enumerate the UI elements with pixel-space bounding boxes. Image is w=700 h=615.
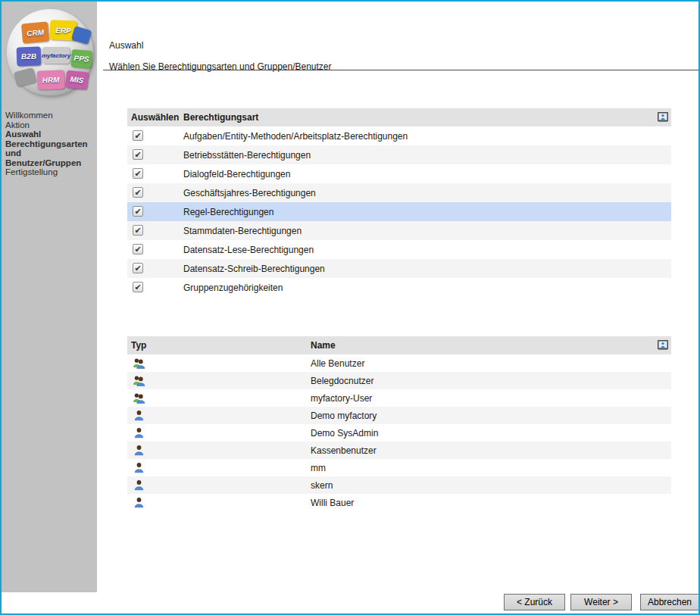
permission-row[interactable]: ✔Datensatz-Lese-Berechtigungen <box>127 240 671 259</box>
column-header-select: Auswählen <box>131 112 179 123</box>
user-row[interactable]: Demo myfactory <box>127 407 671 424</box>
wizard-step-item: Aktion <box>5 120 95 130</box>
wizard-sidebar: CRMERPB2BmyfactoryPPSHRMMIS WillkommenAk… <box>2 2 97 592</box>
user-icon <box>133 479 145 492</box>
user-name: mm <box>311 463 326 473</box>
puzzle-piece-hrm: HRM <box>37 70 65 89</box>
permission-checkbox[interactable]: ✔ <box>133 225 143 236</box>
puzzle-piece-crm: CRM <box>21 22 49 44</box>
permission-row[interactable]: ✔Regel-Berechtigungen <box>127 202 671 221</box>
wizard-steps: WillkommenAktionAuswahl Berechtigungsart… <box>5 111 95 177</box>
user-icon <box>133 461 145 474</box>
permission-row[interactable]: ✔Gruppenzugehörigkeiten <box>127 278 671 297</box>
permissions-table-body: ✔Aufgaben/Entity-Methoden/Arbeitsplatz-B… <box>127 126 671 297</box>
user-row[interactable]: Willi Bauer <box>127 494 671 511</box>
user-icon <box>133 444 145 457</box>
permission-checkbox[interactable]: ✔ <box>133 282 143 292</box>
permissions-table-header: Auswählen Berechtigungsart <box>127 108 671 126</box>
puzzle-piece-mis: MIS <box>65 70 89 90</box>
permission-row[interactable]: ✔Geschäftsjahres-Berechtigungen <box>127 183 671 202</box>
user-name: Willi Bauer <box>311 498 354 508</box>
next-button[interactable]: Weiter > <box>570 594 632 610</box>
permission-label: Geschäftsjahres-Berechtigungen <box>183 188 316 198</box>
user-name: Alle Benutzer <box>311 358 364 369</box>
permission-label: Stammdaten-Berechtigungen <box>183 226 302 236</box>
back-button[interactable]: < Zurück <box>504 594 565 610</box>
permission-row[interactable]: ✔Betriebsstätten-Berechtigungen <box>127 145 671 164</box>
user-row[interactable]: Alle Benutzer <box>127 354 671 372</box>
assign-users-icon[interactable] <box>658 112 668 122</box>
user-name: Demo SysAdmin <box>311 428 378 439</box>
permission-checkbox[interactable]: ✔ <box>133 168 143 179</box>
user-row[interactable]: Belegdocnutzer <box>127 372 671 389</box>
permission-label: Betriebsstätten-Berechtigungen <box>183 150 311 161</box>
permission-label: Datensatz-Lese-Berechtigungen <box>183 245 314 255</box>
permission-checkbox[interactable]: ✔ <box>133 244 143 254</box>
user-name: skern <box>311 480 333 491</box>
column-header-name: Name <box>311 340 336 351</box>
users-table-body: Alle BenutzerBelegdocnutzermyfactory-Use… <box>127 354 671 511</box>
wizard-window: CRMERPB2BmyfactoryPPSHRMMIS WillkommenAk… <box>0 0 700 615</box>
user-name: myfactory-User <box>311 393 372 404</box>
page-title: Auswahl <box>109 40 143 51</box>
user-icon <box>133 496 145 509</box>
user-icon <box>133 409 145 422</box>
permission-row[interactable]: ✔Aufgaben/Entity-Methoden/Arbeitsplatz-B… <box>127 126 671 145</box>
group-icon <box>133 357 145 370</box>
wizard-step-item: Willkommen <box>5 111 95 120</box>
puzzle-piece-pps: PPS <box>70 49 92 68</box>
permission-label: Datensatz-Schreib-Berechtigungen <box>183 264 325 274</box>
permission-label: Gruppenzugehörigkeiten <box>183 283 283 293</box>
permission-row[interactable]: ✔Stammdaten-Berechtigungen <box>127 221 671 240</box>
permission-label: Dialogfeld-Berechtigungen <box>183 169 290 180</box>
column-header-kind: Berechtigungsart <box>183 112 258 123</box>
user-row[interactable]: myfactory-User <box>127 389 671 407</box>
permissions-table: Auswählen Berechtigungsart ✔Aufgaben/Ent… <box>127 108 671 297</box>
user-row[interactable]: Demo SysAdmin <box>127 424 671 442</box>
users-table: Typ Name Alle BenutzerBelegdocnutzermyfa… <box>127 336 671 511</box>
puzzle-piece-b2b: B2B <box>17 46 42 66</box>
user-name: Belegdocnutzer <box>311 376 373 386</box>
users-table-header: Typ Name <box>127 336 671 354</box>
permission-checkbox[interactable]: ✔ <box>133 130 143 141</box>
permission-checkbox[interactable]: ✔ <box>133 263 143 273</box>
permission-row[interactable]: ✔Datensatz-Schreib-Berechtigungen <box>127 259 671 278</box>
column-header-type: Typ <box>131 340 146 351</box>
puzzle-piece-myfactory: myfactory <box>42 47 70 64</box>
permission-label: Regel-Berechtigungen <box>183 207 273 217</box>
header-divider <box>103 70 698 70</box>
myfactory-logo: CRMERPB2BmyfactoryPPSHRMMIS <box>7 8 93 97</box>
wizard-step-item: Fertigstellung <box>5 167 95 177</box>
assign-users-icon[interactable] <box>658 340 668 350</box>
wizard-step-item: Auswahl Berechtigungsarten und Benutzer/… <box>5 130 95 167</box>
user-icon <box>133 426 145 439</box>
permission-checkbox[interactable]: ✔ <box>133 187 143 198</box>
permission-row[interactable]: ✔Dialogfeld-Berechtigungen <box>127 164 671 183</box>
user-row[interactable]: mm <box>127 459 671 476</box>
user-row[interactable]: Kassenbenutzer <box>127 442 671 459</box>
user-name: Kassenbenutzer <box>311 445 377 456</box>
group-icon <box>133 374 145 387</box>
permission-checkbox[interactable]: ✔ <box>133 149 143 160</box>
permission-checkbox[interactable]: ✔ <box>133 206 143 217</box>
cancel-button[interactable]: Abbrechen <box>640 594 699 610</box>
user-row[interactable]: skern <box>127 476 671 494</box>
permission-label: Aufgaben/Entity-Methoden/Arbeitsplatz-Be… <box>183 131 408 142</box>
group-icon <box>133 392 145 404</box>
user-name: Demo myfactory <box>311 411 377 421</box>
